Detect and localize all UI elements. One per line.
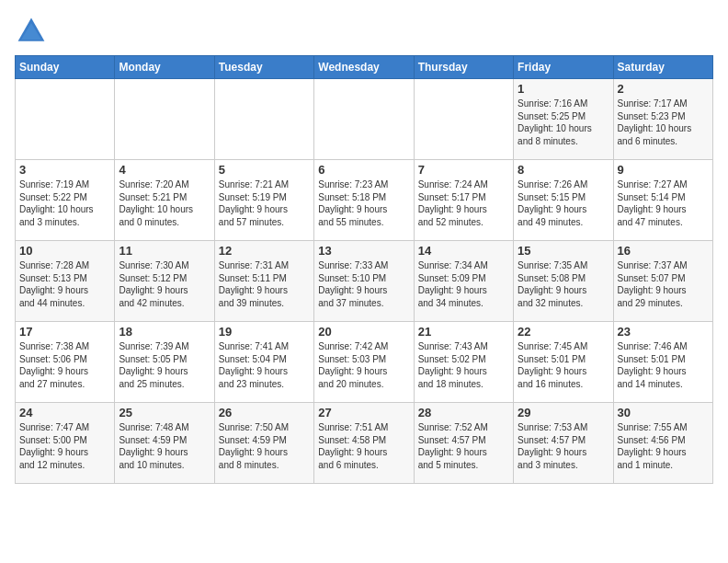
day-number: 25 xyxy=(119,406,210,419)
day-number: 24 xyxy=(19,406,110,419)
day-number: 10 xyxy=(19,244,110,258)
day-number: 9 xyxy=(618,163,709,177)
calendar-week-1: 1Sunrise: 7:16 AMSunset: 5:25 PMDaylight… xyxy=(16,79,713,160)
day-number: 4 xyxy=(119,163,210,177)
day-info: Sunrise: 7:45 AMSunset: 5:01 PMDaylight:… xyxy=(518,340,609,390)
weekday-header-row: SundayMondayTuesdayWednesdayThursdayFrid… xyxy=(16,56,713,79)
calendar-week-3: 10Sunrise: 7:28 AMSunset: 5:13 PMDayligh… xyxy=(16,241,713,322)
calendar-cell: 22Sunrise: 7:45 AMSunset: 5:01 PMDayligh… xyxy=(514,322,613,403)
day-info: Sunrise: 7:16 AMSunset: 5:25 PMDaylight:… xyxy=(518,98,609,147)
day-number: 18 xyxy=(119,325,210,339)
page-header xyxy=(15,15,713,48)
day-info: Sunrise: 7:47 AMSunset: 5:00 PMDaylight:… xyxy=(19,421,110,471)
calendar-cell: 25Sunrise: 7:48 AMSunset: 4:59 PMDayligh… xyxy=(115,403,214,484)
calendar-cell: 23Sunrise: 7:46 AMSunset: 5:01 PMDayligh… xyxy=(613,322,712,403)
day-number: 28 xyxy=(418,406,509,419)
calendar-cell: 26Sunrise: 7:50 AMSunset: 4:59 PMDayligh… xyxy=(214,403,313,484)
day-info: Sunrise: 7:46 AMSunset: 5:01 PMDaylight:… xyxy=(618,340,709,390)
day-number: 3 xyxy=(19,163,110,177)
calendar-cell: 29Sunrise: 7:53 AMSunset: 4:57 PMDayligh… xyxy=(514,403,613,484)
calendar-week-2: 3Sunrise: 7:19 AMSunset: 5:22 PMDaylight… xyxy=(16,160,713,241)
calendar-cell: 15Sunrise: 7:35 AMSunset: 5:08 PMDayligh… xyxy=(514,241,613,322)
day-number: 23 xyxy=(618,325,709,339)
day-info: Sunrise: 7:26 AMSunset: 5:15 PMDaylight:… xyxy=(518,178,609,228)
day-info: Sunrise: 7:53 AMSunset: 4:57 PMDaylight:… xyxy=(518,421,609,471)
calendar-cell: 14Sunrise: 7:34 AMSunset: 5:09 PMDayligh… xyxy=(414,241,513,322)
weekday-header-sunday: Sunday xyxy=(16,56,115,79)
calendar-cell: 7Sunrise: 7:24 AMSunset: 5:17 PMDaylight… xyxy=(414,160,513,241)
day-number: 30 xyxy=(618,406,709,419)
calendar-cell xyxy=(414,79,513,160)
weekday-header-tuesday: Tuesday xyxy=(214,56,313,79)
day-number: 14 xyxy=(418,244,509,258)
day-info: Sunrise: 7:30 AMSunset: 5:12 PMDaylight:… xyxy=(119,259,210,309)
day-number: 17 xyxy=(19,325,110,339)
day-number: 21 xyxy=(418,325,509,339)
day-info: Sunrise: 7:39 AMSunset: 5:05 PMDaylight:… xyxy=(119,340,210,390)
day-info: Sunrise: 7:28 AMSunset: 5:13 PMDaylight:… xyxy=(19,259,110,309)
day-info: Sunrise: 7:35 AMSunset: 5:08 PMDaylight:… xyxy=(518,259,609,309)
day-number: 6 xyxy=(318,163,409,177)
day-info: Sunrise: 7:50 AMSunset: 4:59 PMDaylight:… xyxy=(219,421,310,471)
logo xyxy=(15,15,51,48)
day-info: Sunrise: 7:38 AMSunset: 5:06 PMDaylight:… xyxy=(19,340,110,390)
day-info: Sunrise: 7:52 AMSunset: 4:57 PMDaylight:… xyxy=(418,421,509,471)
day-info: Sunrise: 7:21 AMSunset: 5:19 PMDaylight:… xyxy=(219,178,310,228)
day-number: 19 xyxy=(219,325,310,339)
day-number: 13 xyxy=(318,244,409,258)
day-info: Sunrise: 7:48 AMSunset: 4:59 PMDaylight:… xyxy=(119,421,210,471)
day-number: 1 xyxy=(518,82,609,96)
weekday-header-saturday: Saturday xyxy=(613,56,712,79)
calendar-cell xyxy=(115,79,214,160)
calendar-cell: 27Sunrise: 7:51 AMSunset: 4:58 PMDayligh… xyxy=(314,403,414,484)
calendar-cell: 9Sunrise: 7:27 AMSunset: 5:14 PMDaylight… xyxy=(613,160,712,241)
day-info: Sunrise: 7:37 AMSunset: 5:07 PMDaylight:… xyxy=(618,259,709,309)
day-number: 20 xyxy=(318,325,409,339)
weekday-header-friday: Friday xyxy=(514,56,613,79)
calendar-cell: 24Sunrise: 7:47 AMSunset: 5:00 PMDayligh… xyxy=(16,403,115,484)
calendar-body: 1Sunrise: 7:16 AMSunset: 5:25 PMDaylight… xyxy=(16,79,713,484)
day-number: 16 xyxy=(618,244,709,258)
calendar-week-5: 24Sunrise: 7:47 AMSunset: 5:00 PMDayligh… xyxy=(16,403,713,484)
calendar-cell: 18Sunrise: 7:39 AMSunset: 5:05 PMDayligh… xyxy=(115,322,214,403)
day-info: Sunrise: 7:19 AMSunset: 5:22 PMDaylight:… xyxy=(19,178,110,228)
calendar-header: SundayMondayTuesdayWednesdayThursdayFrid… xyxy=(16,56,713,79)
calendar-cell xyxy=(214,79,313,160)
calendar-cell: 2Sunrise: 7:17 AMSunset: 5:23 PMDaylight… xyxy=(613,79,712,160)
day-info: Sunrise: 7:41 AMSunset: 5:04 PMDaylight:… xyxy=(219,340,310,390)
day-number: 12 xyxy=(219,244,310,258)
day-info: Sunrise: 7:51 AMSunset: 4:58 PMDaylight:… xyxy=(318,421,409,471)
calendar-cell: 16Sunrise: 7:37 AMSunset: 5:07 PMDayligh… xyxy=(613,241,712,322)
day-number: 8 xyxy=(518,163,609,177)
day-info: Sunrise: 7:42 AMSunset: 5:03 PMDaylight:… xyxy=(318,340,409,390)
weekday-header-wednesday: Wednesday xyxy=(314,56,414,79)
calendar-cell: 17Sunrise: 7:38 AMSunset: 5:06 PMDayligh… xyxy=(16,322,115,403)
calendar-cell: 21Sunrise: 7:43 AMSunset: 5:02 PMDayligh… xyxy=(414,322,513,403)
calendar-cell xyxy=(314,79,414,160)
day-number: 27 xyxy=(318,406,409,419)
weekday-header-monday: Monday xyxy=(115,56,214,79)
day-number: 26 xyxy=(219,406,310,419)
calendar-cell: 10Sunrise: 7:28 AMSunset: 5:13 PMDayligh… xyxy=(16,241,115,322)
calendar-cell: 4Sunrise: 7:20 AMSunset: 5:21 PMDaylight… xyxy=(115,160,214,241)
calendar-week-4: 17Sunrise: 7:38 AMSunset: 5:06 PMDayligh… xyxy=(16,322,713,403)
day-info: Sunrise: 7:31 AMSunset: 5:11 PMDaylight:… xyxy=(219,259,310,309)
calendar-cell: 20Sunrise: 7:42 AMSunset: 5:03 PMDayligh… xyxy=(314,322,414,403)
day-number: 7 xyxy=(418,163,509,177)
day-info: Sunrise: 7:20 AMSunset: 5:21 PMDaylight:… xyxy=(119,178,210,228)
calendar-cell: 30Sunrise: 7:55 AMSunset: 4:56 PMDayligh… xyxy=(613,403,712,484)
calendar-cell xyxy=(16,79,115,160)
calendar-cell: 1Sunrise: 7:16 AMSunset: 5:25 PMDaylight… xyxy=(514,79,613,160)
logo-icon xyxy=(15,15,48,48)
day-number: 11 xyxy=(119,244,210,258)
day-number: 29 xyxy=(518,406,609,419)
calendar-cell: 28Sunrise: 7:52 AMSunset: 4:57 PMDayligh… xyxy=(414,403,513,484)
calendar-cell: 3Sunrise: 7:19 AMSunset: 5:22 PMDaylight… xyxy=(16,160,115,241)
calendar-cell: 8Sunrise: 7:26 AMSunset: 5:15 PMDaylight… xyxy=(514,160,613,241)
day-number: 2 xyxy=(618,82,709,96)
calendar-cell: 13Sunrise: 7:33 AMSunset: 5:10 PMDayligh… xyxy=(314,241,414,322)
day-info: Sunrise: 7:43 AMSunset: 5:02 PMDaylight:… xyxy=(418,340,509,390)
calendar-cell: 19Sunrise: 7:41 AMSunset: 5:04 PMDayligh… xyxy=(214,322,313,403)
weekday-header-thursday: Thursday xyxy=(414,56,513,79)
calendar-cell: 6Sunrise: 7:23 AMSunset: 5:18 PMDaylight… xyxy=(314,160,414,241)
